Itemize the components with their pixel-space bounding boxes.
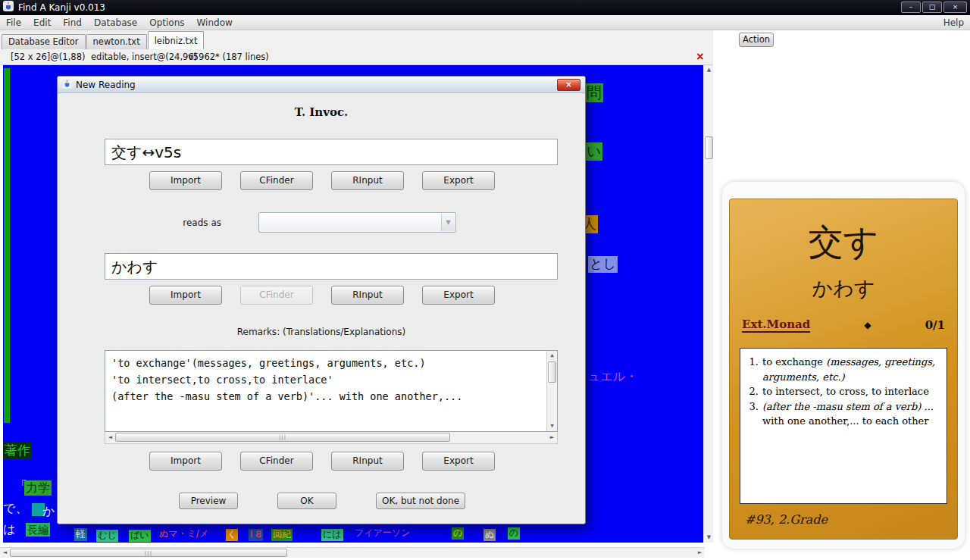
minimize-button[interactable]: –: [901, 2, 921, 13]
reading-input[interactable]: かわす: [105, 253, 558, 280]
ok-but-not-done-button[interactable]: OK, but not done: [376, 493, 465, 509]
chevron-down-icon[interactable]: ▼: [441, 214, 455, 231]
dialog-close-button[interactable]: ×: [557, 79, 580, 91]
menu-item-help[interactable]: Help: [943, 15, 964, 30]
meaning-item: 1. to exchange (messages, greetings, arg…: [743, 355, 940, 384]
card-meanings-box: 1. to exchange (messages, greetings, arg…: [740, 348, 947, 504]
action-button[interactable]: Action: [739, 33, 774, 47]
background-glyph: 問: [585, 83, 603, 102]
rinput-button[interactable]: RInput: [331, 171, 404, 190]
close-button[interactable]: ×: [943, 2, 967, 13]
status-bar: [52 x 26]@(1,88) editable, insert@(24,96…: [0, 49, 713, 65]
dialog-title-bar[interactable]: New Reading: [58, 77, 585, 93]
scroll-thumb[interactable]: |||: [115, 433, 450, 442]
menu-bar: FileEditFindDatabaseOptionsWindow Help: [0, 15, 970, 30]
menu-item-database[interactable]: Database: [88, 15, 143, 30]
title-bar: Find A Kanji v0.013 – □ ×: [0, 0, 970, 15]
scroll-thumb[interactable]: [548, 361, 556, 383]
scroll-right-icon[interactable]: ►: [695, 548, 705, 558]
background-glyph: ぬ: [483, 529, 496, 541]
dialog-footer-buttons: Preview OK OK, but not done: [58, 493, 587, 509]
menu-item-file[interactable]: File: [0, 15, 27, 30]
rinput-button[interactable]: RInput: [331, 452, 404, 471]
menu-item-options[interactable]: Options: [143, 15, 190, 30]
status-geometry: [52 x 26]@(1,88): [11, 52, 85, 62]
scroll-left-icon[interactable]: ◄: [0, 548, 10, 558]
remarks-button-row: ImportCFinderRInputExport: [58, 452, 587, 471]
background-glyph: い: [585, 142, 602, 161]
card-reading: かわす: [730, 275, 957, 302]
dialog-heading: T. Invoc.: [58, 105, 585, 119]
meaning-text: to intersect, to cross, to interlace: [762, 384, 929, 399]
kanji-flashcard: 交す かわす Ext.Monad ◆ 0/1 1. to exchange (m…: [729, 199, 958, 540]
scroll-thumb[interactable]: |||: [10, 549, 287, 557]
java-dialog-icon: [62, 79, 72, 91]
menu-item-edit[interactable]: Edit: [27, 15, 57, 30]
diamond-icon: ◆: [864, 320, 871, 330]
meaning-text: (after the -masu stem of a verb) ... wit…: [762, 399, 940, 429]
status-edit-mode: editable, insert@(24,96): [91, 52, 197, 62]
remarks-textarea[interactable]: 'to exchange'(messages, greetings, argum…: [105, 350, 558, 432]
meaning-item: 3. (after the -masu stem of a verb) ... …: [743, 399, 940, 429]
maximize-button[interactable]: □: [922, 2, 942, 13]
remarks-line: (after the -masu stem of a verb)'... wit…: [111, 389, 540, 405]
background-glyph: I 8: [249, 529, 263, 541]
cfinder-button[interactable]: CFinder: [240, 452, 313, 471]
remarks-line: 'to intersect,to cross,to interlace': [111, 372, 540, 389]
export-button[interactable]: Export: [422, 171, 495, 190]
card-kanji: 交す: [730, 219, 957, 266]
background-glyph: ぬマ・ミ/メ: [159, 529, 208, 540]
import-button[interactable]: Import: [149, 286, 222, 305]
menu-item-find[interactable]: Find: [57, 15, 88, 30]
remarks-horizontal-scrollbar[interactable]: ◄ ||| ►: [105, 432, 558, 444]
background-glyph: むじ: [96, 530, 118, 542]
import-button[interactable]: Import: [149, 171, 222, 190]
background-glyph: か: [42, 505, 55, 518]
background-glyph: は: [3, 523, 15, 537]
reads-as-label: reads as: [136, 217, 221, 228]
main-vertical-scrollbar[interactable]: ▲ ▼: [703, 65, 713, 543]
card-counter: 0/1: [925, 318, 945, 332]
menu-item-window[interactable]: Window: [191, 15, 239, 30]
right-panel: Action 交す かわす Ext.Monad ◆ 0/1 1. to exch…: [713, 30, 970, 560]
meaning-number: 2.: [743, 384, 759, 399]
rinput-button[interactable]: RInput: [331, 286, 404, 305]
background-glyph: で、: [3, 502, 27, 515]
remarks-vertical-scrollbar[interactable]: ▲ ▼: [546, 351, 557, 431]
background-glyph: 軽: [74, 528, 87, 541]
meaning-number: 1.: [743, 355, 759, 384]
background-glyph: フイアーソン: [355, 528, 410, 539]
kanji-button-row: ImportCFinderRInputExport: [58, 171, 587, 190]
new-reading-dialog: New Reading × T. Invoc. 交す↔v5s ImportCFi…: [57, 76, 586, 524]
reading-dropdown[interactable]: ▼: [258, 212, 456, 233]
main-horizontal-scrollbar[interactable]: ◄ ||| ►: [0, 547, 705, 558]
remarks-line: 'to exchange'(messages, greetings, argum…: [111, 355, 540, 372]
card-footer: #93, 2.Grade: [745, 512, 828, 527]
background-glyph: 回紀: [271, 529, 293, 541]
scroll-right-icon[interactable]: ►: [547, 433, 557, 443]
export-button[interactable]: Export: [422, 286, 495, 305]
scroll-thumb[interactable]: [705, 136, 713, 159]
background-glyph: の: [508, 527, 520, 540]
scroll-up-icon[interactable]: ▲: [547, 351, 557, 361]
ok-button[interactable]: OK: [277, 493, 336, 509]
export-button[interactable]: Export: [422, 452, 495, 471]
cfinder-button: CFinder: [240, 286, 313, 305]
java-app-icon: [3, 1, 14, 14]
import-button[interactable]: Import: [149, 452, 222, 471]
cfinder-button[interactable]: CFinder: [240, 171, 313, 190]
left-green-strip: [4, 68, 10, 423]
preview-button[interactable]: Preview: [179, 493, 238, 509]
reading-button-row: ImportCFinderRInputExport: [58, 286, 587, 305]
editor-canvas[interactable]: 問い人としュエル・著作「力学で、 かは長編軽むじぱいぬマ・ミ/メくI 8回紀には…: [3, 65, 703, 543]
scroll-left-icon[interactable]: ◄: [105, 433, 115, 443]
tab-list: Database Editornewton.txtleibniz.txt: [2, 30, 205, 49]
background-glyph: の: [452, 527, 464, 540]
window-controls: – □ ×: [901, 2, 967, 13]
tab-database-editor[interactable]: Database Editor: [2, 34, 86, 49]
tab-leibniz-txt[interactable]: leibniz.txt: [148, 31, 205, 49]
tab-newton-txt[interactable]: newton.txt: [86, 34, 147, 49]
tab-close-icon[interactable]: ×: [696, 50, 705, 62]
scroll-down-icon[interactable]: ▼: [547, 421, 557, 431]
kanji-input[interactable]: 交す↔v5s: [105, 139, 558, 165]
